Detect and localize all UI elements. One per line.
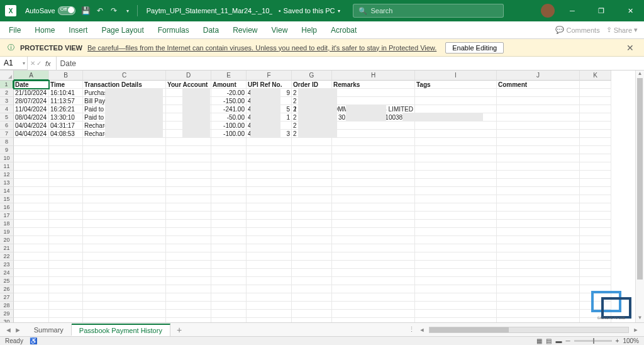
cell[interactable] (415, 138, 497, 146)
cell[interactable] (247, 154, 292, 162)
cell[interactable] (14, 171, 49, 179)
cell[interactable] (166, 220, 211, 228)
cell[interactable] (14, 212, 49, 220)
cell[interactable] (497, 293, 580, 302)
cell[interactable]: e ICICI B (166, 97, 211, 105)
cell[interactable]: Your Account (166, 81, 211, 89)
cell[interactable] (292, 146, 332, 154)
cell[interactable] (166, 269, 211, 277)
formula-bar[interactable]: Date (57, 59, 80, 68)
cell[interactable]: Amount (211, 81, 247, 89)
cell[interactable] (83, 310, 166, 318)
cell[interactable] (292, 138, 332, 146)
cell[interactable]: 11:13:57 (49, 97, 83, 105)
cell[interactable] (247, 212, 292, 220)
cell[interactable] (83, 146, 166, 154)
cell[interactable]: 301O 30010038@X (332, 113, 415, 122)
horizontal-scrollbar[interactable]: ◄ ► (418, 325, 644, 334)
cell[interactable]: Purchase (83, 89, 166, 97)
cell[interactable] (14, 146, 49, 154)
tab-help[interactable]: Help (299, 23, 319, 37)
cell[interactable] (166, 171, 211, 179)
cell[interactable] (211, 195, 247, 203)
cell[interactable] (580, 122, 611, 130)
cell[interactable] (415, 310, 497, 318)
cell[interactable] (49, 269, 83, 277)
cell[interactable] (415, 212, 497, 220)
cell[interactable] (580, 146, 611, 154)
cell[interactable] (166, 293, 211, 302)
cell[interactable]: Recharg (83, 122, 166, 130)
cell[interactable] (247, 203, 292, 212)
tab-view[interactable]: View (269, 23, 291, 37)
cell[interactable]: Remarks (332, 81, 415, 89)
cell[interactable] (14, 285, 49, 293)
cell[interactable] (211, 154, 247, 162)
cell[interactable]: 16:26:21 (49, 105, 83, 113)
cell[interactable] (166, 212, 211, 220)
view-page-icon[interactable]: ▤ (546, 337, 552, 344)
select-all-corner[interactable] (0, 71, 14, 81)
cell[interactable]: 21/10/2024 (14, 89, 49, 97)
cell[interactable]: I ICICI B (166, 130, 211, 138)
search-input[interactable]: 🔍 Search (353, 4, 504, 18)
cell[interactable] (166, 138, 211, 146)
cell[interactable] (211, 236, 247, 244)
cell[interactable] (166, 228, 211, 236)
cell[interactable] (49, 244, 83, 252)
cell[interactable] (580, 244, 611, 252)
cell[interactable] (247, 195, 292, 203)
cell[interactable] (415, 187, 497, 195)
cell[interactable] (211, 269, 247, 277)
cell[interactable] (247, 310, 292, 318)
cell[interactable] (415, 302, 497, 310)
cell[interactable]: 13:30:10 (49, 113, 83, 122)
cell[interactable]: 08/04/2024 (14, 113, 49, 122)
cell[interactable] (580, 236, 611, 244)
cell[interactable] (332, 171, 415, 179)
cell[interactable] (247, 220, 292, 228)
cell[interactable]: 28/07/2024 (14, 97, 49, 105)
cell[interactable] (497, 277, 580, 285)
view-break-icon[interactable]: ▬ (555, 337, 562, 344)
cell[interactable] (166, 179, 211, 187)
tab-file[interactable]: File (6, 23, 23, 37)
cell[interactable] (49, 203, 83, 212)
add-sheet-button[interactable]: + (170, 325, 188, 335)
cell[interactable] (580, 212, 611, 220)
cell[interactable]: -50.00 (211, 113, 247, 122)
sheet-tab-passbook[interactable]: Passbook Payment History (72, 324, 170, 336)
cell[interactable] (497, 195, 580, 203)
cell[interactable] (497, 203, 580, 212)
cell[interactable] (83, 220, 166, 228)
cell[interactable]: -241.00 (211, 105, 247, 113)
cell[interactable] (497, 285, 580, 293)
cell[interactable] (83, 203, 166, 212)
cell[interactable] (14, 310, 49, 318)
cell[interactable] (580, 269, 611, 277)
cell[interactable] (166, 244, 211, 252)
sheet-tab-summary[interactable]: Summary (26, 324, 72, 336)
cell[interactable] (14, 269, 49, 277)
cell[interactable] (497, 269, 580, 277)
cell[interactable] (415, 195, 497, 203)
cell[interactable] (415, 171, 497, 179)
cell[interactable]: -100.00 (211, 122, 247, 130)
save-icon[interactable]: 💾 (81, 6, 91, 16)
cell[interactable]: ICICI B (166, 113, 211, 122)
cell[interactable] (166, 195, 211, 203)
cell[interactable]: 2 (292, 97, 332, 105)
cell[interactable] (211, 203, 247, 212)
cell[interactable] (292, 179, 332, 187)
cell[interactable]: O I @ONE 97 COMMUNICATIONS LIMITED (332, 105, 415, 113)
cell[interactable] (83, 261, 166, 269)
cell[interactable] (497, 228, 580, 236)
cell[interactable] (247, 261, 292, 269)
cell[interactable] (166, 285, 211, 293)
cell[interactable] (14, 187, 49, 195)
cell[interactable] (247, 179, 292, 187)
cell[interactable] (211, 162, 247, 171)
cell[interactable] (497, 261, 580, 269)
cell[interactable] (580, 138, 611, 146)
cell[interactable] (415, 228, 497, 236)
